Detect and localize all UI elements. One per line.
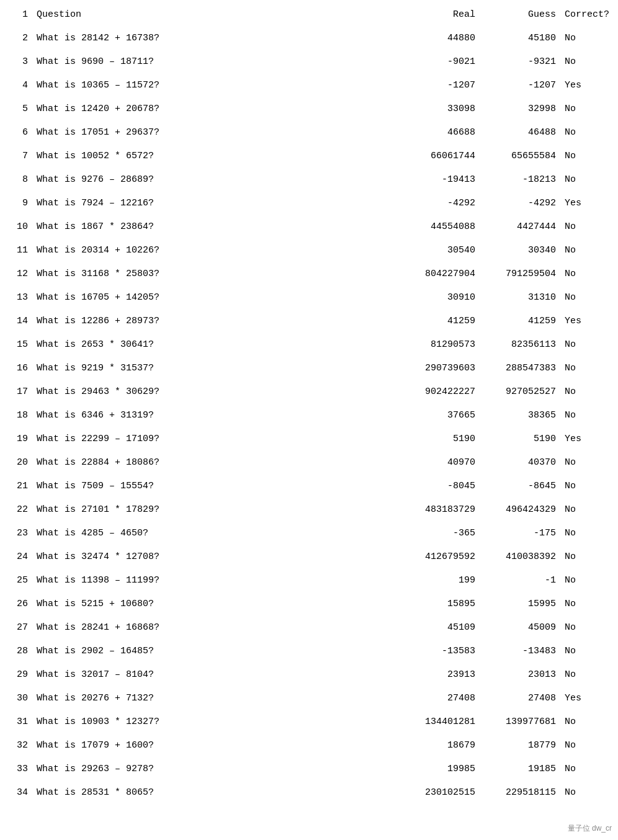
row-question: What is 22299 – 17109?	[34, 434, 395, 444]
row-correct: No	[562, 552, 618, 562]
table-row: 8What is 9276 – 28689?-19413-18213No	[0, 168, 618, 191]
row-number: 2	[0, 33, 34, 43]
table-row: 7What is 10052 * 6572?6606174465655584No	[0, 144, 618, 168]
row-real: 46688	[395, 127, 481, 138]
table-row: 13What is 16705 + 14205?3091031310No	[0, 285, 618, 309]
row-guess: 19185	[481, 764, 562, 774]
row-real: 33098	[395, 104, 481, 114]
row-real: 804227904	[395, 269, 481, 279]
row-question: What is 2902 – 16485?	[34, 646, 395, 656]
row-number: 26	[0, 599, 34, 609]
row-correct: No	[562, 292, 618, 303]
row-number: 19	[0, 434, 34, 444]
row-correct: No	[562, 646, 618, 656]
row-correct: No	[562, 221, 618, 232]
row-real: 19985	[395, 764, 481, 774]
table-row: 34What is 28531 * 8065?23010251522951811…	[0, 780, 618, 804]
row-correct: No	[562, 504, 618, 515]
row-question: What is 9690 – 18711?	[34, 56, 395, 67]
row-number: 5	[0, 104, 34, 114]
row-guess: -18213	[481, 174, 562, 185]
row-real: 23913	[395, 669, 481, 680]
row-number: 7	[0, 151, 34, 161]
row-real: 412679592	[395, 552, 481, 562]
row-real: 290739603	[395, 363, 481, 373]
table-row: 9What is 7924 – 12216?-4292-4292Yes	[0, 191, 618, 215]
row-correct: Yes	[562, 693, 618, 704]
row-question: What is 17079 + 1600?	[34, 740, 395, 751]
row-correct: Yes	[562, 434, 618, 444]
row-correct: No	[562, 575, 618, 586]
header-guess: Guess	[481, 9, 562, 20]
row-correct: No	[562, 33, 618, 43]
table-row: 30What is 20276 + 7132?2740827408Yes	[0, 686, 618, 710]
table-row: 29What is 32017 – 8104?2391323013No	[0, 663, 618, 686]
table-row: 20What is 22884 + 18086?4097040370No	[0, 450, 618, 474]
row-question: What is 28241 + 16868?	[34, 622, 395, 633]
row-real: 81290573	[395, 339, 481, 350]
row-guess: 45009	[481, 622, 562, 633]
row-question: What is 10903 * 12327?	[34, 717, 395, 727]
table-row: 19What is 22299 – 17109?51905190Yes	[0, 427, 618, 450]
row-guess: 30340	[481, 245, 562, 256]
row-guess: 45180	[481, 33, 562, 43]
row-real: -9021	[395, 56, 481, 67]
row-guess: 23013	[481, 669, 562, 680]
row-guess: 229518115	[481, 787, 562, 798]
row-correct: No	[562, 787, 618, 798]
row-question: What is 6346 + 31319?	[34, 410, 395, 421]
row-number: 30	[0, 693, 34, 704]
row-question: What is 17051 + 29637?	[34, 127, 395, 138]
row-real: 44554088	[395, 221, 481, 232]
table-row: 22What is 27101 * 17829?4831837294964243…	[0, 498, 618, 521]
row-number: 8	[0, 174, 34, 185]
row-correct: No	[562, 386, 618, 397]
table-row: 16What is 9219 * 31537?29073960328854738…	[0, 356, 618, 380]
row-correct: No	[562, 174, 618, 185]
row-correct: No	[562, 339, 618, 350]
row-number: 17	[0, 386, 34, 397]
row-correct: Yes	[562, 198, 618, 208]
row-correct: No	[562, 151, 618, 161]
row-number: 27	[0, 622, 34, 633]
row-real: 27408	[395, 693, 481, 704]
row-real: 37665	[395, 410, 481, 421]
row-question: What is 1867 * 23864?	[34, 221, 395, 232]
row-question: What is 12286 + 28973?	[34, 316, 395, 326]
row-correct: No	[562, 622, 618, 633]
row-correct: No	[562, 457, 618, 468]
row-question: What is 28531 * 8065?	[34, 787, 395, 798]
row-number: 24	[0, 552, 34, 562]
row-guess: 496424329	[481, 504, 562, 515]
row-real: -4292	[395, 198, 481, 208]
row-number: 18	[0, 410, 34, 421]
row-real: 30910	[395, 292, 481, 303]
row-correct: No	[562, 410, 618, 421]
row-question: What is 29463 * 30629?	[34, 386, 395, 397]
row-correct: No	[562, 481, 618, 491]
row-correct: No	[562, 363, 618, 373]
table-row: 31What is 10903 * 12327?1344012811399776…	[0, 710, 618, 733]
row-question: What is 28142 + 16738?	[34, 33, 395, 43]
table-row: 21What is 7509 – 15554?-8045-8645No	[0, 474, 618, 498]
table-row: 25What is 11398 – 11199?199-1No	[0, 568, 618, 592]
table-row: 32What is 17079 + 1600?1867918779No	[0, 733, 618, 757]
row-question: What is 22884 + 18086?	[34, 457, 395, 468]
row-real: 18679	[395, 740, 481, 751]
row-correct: No	[562, 528, 618, 538]
row-number: 6	[0, 127, 34, 138]
header-question: Question	[34, 9, 395, 20]
row-real: 41259	[395, 316, 481, 326]
row-guess: 32998	[481, 104, 562, 114]
row-number: 12	[0, 269, 34, 279]
row-question: What is 16705 + 14205?	[34, 292, 395, 303]
table-row: 2What is 28142 + 16738?4488045180No	[0, 26, 618, 50]
row-guess: 4427444	[481, 221, 562, 232]
row-question: What is 10052 * 6572?	[34, 151, 395, 161]
table-row: 17What is 29463 * 30629?9024222279270525…	[0, 380, 618, 403]
row-guess: -1207	[481, 80, 562, 91]
row-question: What is 31168 * 25803?	[34, 269, 395, 279]
row-guess: -13483	[481, 646, 562, 656]
row-correct: No	[562, 56, 618, 67]
row-correct: No	[562, 599, 618, 609]
